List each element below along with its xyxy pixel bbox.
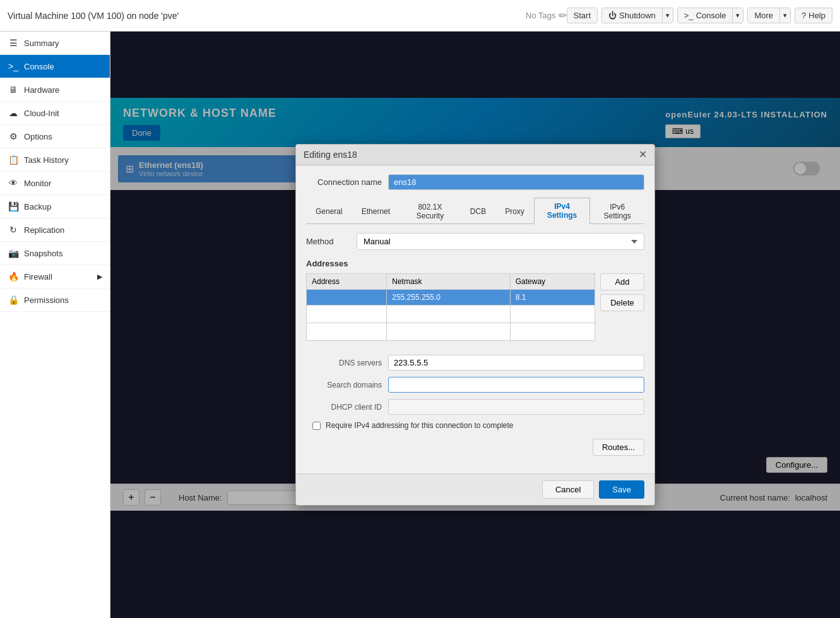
editing-modal: Editing ens18 ✕ Connection name General: [295, 144, 655, 506]
task-history-icon: 📋: [8, 155, 19, 165]
sidebar-item-firewall[interactable]: 🔥 Firewall ▶: [0, 265, 110, 288]
edit-tags-icon[interactable]: ✏: [559, 9, 567, 21]
tab-ipv4[interactable]: IPv4 Settings: [534, 198, 590, 224]
tags-label: No Tags: [526, 11, 555, 20]
shutdown-button[interactable]: ⏻ Shutdown: [602, 8, 663, 23]
cloud-icon: ☁: [8, 108, 19, 118]
routes-button[interactable]: Routes...: [593, 439, 644, 456]
sidebar-item-options[interactable]: ⚙ Options: [0, 125, 110, 148]
modal-footer: Cancel Save: [296, 473, 654, 505]
tab-8021x[interactable]: 802.1X Security: [399, 198, 461, 224]
sidebar-item-label: Summary: [24, 39, 59, 48]
addresses-table: Address Netmask Gateway 255.255.255.0: [306, 273, 595, 341]
empty-cell: [510, 306, 595, 323]
cancel-button[interactable]: Cancel: [542, 480, 594, 499]
sidebar-item-hardware[interactable]: 🖥 Hardware: [0, 78, 110, 102]
modal-tabs: General Ethernet 802.1X Security DCB Pro: [306, 198, 644, 224]
dhcp-input[interactable]: [388, 399, 644, 415]
search-domains-row: Search domains: [306, 377, 644, 393]
tab-ipv6[interactable]: IPv6 Settings: [590, 198, 644, 224]
address-cell: [307, 290, 387, 306]
sidebar-item-task-history[interactable]: 📋 Task History: [0, 148, 110, 172]
start-button[interactable]: Start: [567, 8, 597, 23]
method-label: Method: [306, 237, 350, 246]
modal-titlebar: Editing ens18 ✕: [296, 145, 654, 165]
shutdown-button-group: ⏻ Shutdown ▾: [601, 8, 673, 23]
dns-label: DNS servers: [306, 359, 382, 367]
sidebar-item-console[interactable]: >_ Console: [0, 55, 110, 78]
help-button[interactable]: ? Help: [795, 8, 832, 23]
permissions-icon: 🔒: [8, 295, 19, 305]
sidebar-item-label: Hardware: [24, 85, 59, 95]
method-select[interactable]: Manual Automatic (DHCP) Link-Local Only …: [357, 233, 644, 250]
snapshots-icon: 📷: [8, 248, 19, 258]
shutdown-dropdown-button[interactable]: ▾: [663, 8, 673, 23]
tab-proxy[interactable]: Proxy: [495, 198, 534, 224]
sidebar-item-snapshots[interactable]: 📷 Snapshots: [0, 242, 110, 265]
tab-ethernet[interactable]: Ethernet: [352, 198, 399, 224]
main-layout: ☰ Summary >_ Console 🖥 Hardware ☁ Cloud-…: [0, 32, 840, 618]
dhcp-row: DHCP client ID: [306, 399, 644, 415]
search-domains-label: Search domains: [306, 381, 382, 389]
gateway-col-header: Gateway: [510, 274, 595, 290]
delete-address-button[interactable]: Delete: [600, 294, 644, 311]
connection-name-row: Connection name: [306, 174, 644, 190]
console-dropdown-button[interactable]: ▾: [733, 8, 743, 23]
ipv4-require-checkbox[interactable]: [312, 422, 321, 430]
sidebar-item-label: Cloud-Init: [24, 109, 59, 118]
sidebar-item-cloud-init[interactable]: ☁ Cloud-Init: [0, 102, 110, 125]
connection-name-label: Connection name: [306, 177, 382, 187]
routes-row: Routes...: [306, 439, 644, 456]
modal-body: Connection name General Ethernet 802.1X …: [296, 165, 654, 473]
console-button-group: >_ Console ▾: [677, 8, 744, 23]
console-button[interactable]: >_ Console: [678, 8, 733, 23]
sidebar-item-label: Replication: [24, 225, 64, 235]
table-row[interactable]: 255.255.255.0 8.1: [307, 290, 595, 306]
power-icon: ⏻: [608, 11, 617, 20]
hardware-icon: 🖥: [8, 85, 19, 95]
sidebar-item-label: Snapshots: [24, 249, 62, 258]
empty-cell: [307, 306, 387, 323]
start-button-group: Start: [567, 8, 598, 23]
sidebar-item-replication[interactable]: ↻ Replication: [0, 218, 110, 242]
addresses-label: Addresses: [306, 259, 644, 268]
dns-row: DNS servers: [306, 355, 644, 371]
more-button[interactable]: More: [748, 8, 780, 23]
sidebar-item-label: Firewall: [24, 272, 52, 282]
firewall-icon: 🔥: [8, 271, 19, 282]
gateway-cell: 8.1: [510, 290, 595, 306]
monitor-icon: 👁: [8, 178, 19, 188]
sidebar-item-monitor[interactable]: 👁 Monitor: [0, 172, 110, 195]
add-address-button[interactable]: Add: [600, 273, 644, 290]
addresses-wrapper: Address Netmask Gateway 255.255.255.0: [306, 273, 644, 346]
console-nav-icon: >_: [8, 61, 19, 71]
sidebar-item-label: Monitor: [24, 179, 51, 188]
search-domains-input[interactable]: [388, 377, 644, 393]
ipv4-require-label: Require IPv4 addressing for this connect…: [326, 421, 514, 430]
empty-cell: [510, 323, 595, 341]
sidebar: ☰ Summary >_ Console 🖥 Hardware ☁ Cloud-…: [0, 32, 110, 618]
console-icon: >_: [684, 11, 694, 20]
sidebar-item-backup[interactable]: 💾 Backup: [0, 195, 110, 218]
empty-cell: [387, 323, 511, 341]
netmask-col-header: Netmask: [387, 274, 511, 290]
dns-input[interactable]: [388, 355, 644, 371]
connection-name-input[interactable]: [388, 174, 644, 190]
tab-dcb[interactable]: DCB: [461, 198, 495, 224]
netmask-cell: 255.255.255.0: [387, 290, 511, 306]
sidebar-item-label: Console: [24, 62, 54, 71]
sidebar-item-permissions[interactable]: 🔒 Permissions: [0, 288, 110, 312]
sidebar-item-summary[interactable]: ☰ Summary: [0, 32, 110, 55]
firewall-expand-arrow: ▶: [97, 273, 102, 281]
sidebar-item-label: Permissions: [24, 295, 69, 305]
table-row-empty2: [307, 323, 595, 341]
table-row-empty: [307, 306, 595, 323]
page-title: Virtual Machine 100 (VM 100) on node 'pv…: [8, 11, 519, 21]
method-row: Method Manual Automatic (DHCP) Link-Loca…: [306, 233, 644, 250]
tab-general[interactable]: General: [306, 198, 352, 224]
more-button-group: More ▾: [747, 8, 791, 23]
main-content: NETWORK & HOST NAME Done openEuler 24.03…: [110, 32, 840, 618]
save-button[interactable]: Save: [599, 480, 644, 499]
more-dropdown-button[interactable]: ▾: [780, 8, 790, 23]
modal-close-button[interactable]: ✕: [639, 150, 647, 160]
